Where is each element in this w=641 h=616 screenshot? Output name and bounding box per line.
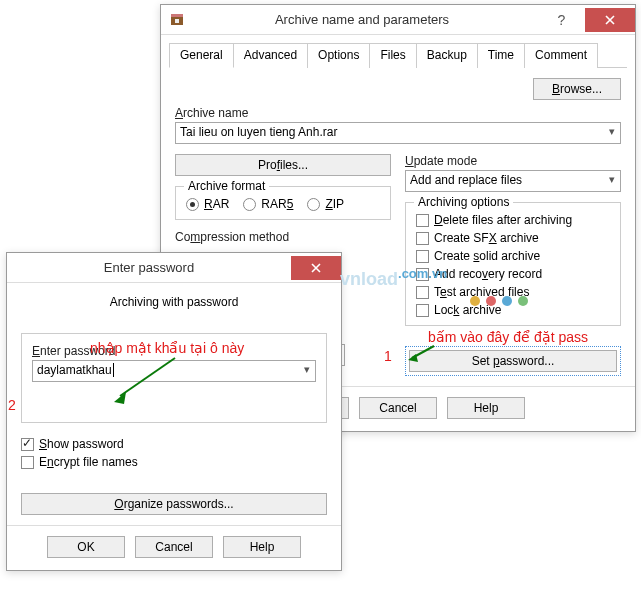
encrypt-names-checkbox[interactable]: Encrypt file names — [21, 455, 327, 469]
checkbox-icon — [416, 250, 429, 263]
enter-password-window: Enter password Archiving with password E… — [6, 252, 342, 571]
checkbox-icon — [21, 438, 34, 451]
browse-label: rowse... — [560, 82, 602, 96]
profiles-button[interactable]: Profiles... — [175, 154, 391, 176]
radio-icon — [243, 198, 256, 211]
archive-name-select[interactable]: Tai lieu on luyen tieng Anh.rar — [175, 122, 621, 144]
password-close-button[interactable] — [291, 256, 341, 280]
tab-comment[interactable]: Comment — [524, 43, 598, 68]
format-rar5[interactable]: RAR5 — [243, 197, 293, 211]
archive-format-group: Archive format RAR RAR5 ZIP — [175, 186, 391, 220]
checkbox-icon — [416, 286, 429, 299]
help-titlebar-button[interactable]: ? — [539, 8, 584, 32]
checkbox-icon — [416, 304, 429, 317]
opt-sfx[interactable]: Create SFX archive — [416, 231, 610, 245]
password-entry-group: Enter password daylamatkhau — [21, 333, 327, 423]
update-mode-value[interactable]: Add and replace files — [405, 170, 621, 192]
archiving-options-label: Archiving options — [414, 195, 513, 209]
checkbox-icon — [416, 268, 429, 281]
winrar-icon — [169, 12, 185, 28]
password-input[interactable]: daylamatkhau — [32, 360, 316, 382]
tab-backup[interactable]: Backup — [416, 43, 478, 68]
password-cancel-button[interactable]: Cancel — [135, 536, 213, 558]
radio-icon — [307, 198, 320, 211]
opt-solid[interactable]: Create solid archive — [416, 249, 610, 263]
show-password-checkbox[interactable]: Show password — [21, 437, 327, 451]
titlebar-password: Enter password — [7, 253, 341, 283]
archiving-options-group: Archiving options Delete files after arc… — [405, 202, 621, 326]
opt-recovery[interactable]: Add recovery record — [416, 267, 610, 281]
compression-label: Compression method — [175, 230, 391, 244]
format-zip[interactable]: ZIP — [307, 197, 344, 211]
watermark-dots — [470, 296, 528, 306]
browse-button[interactable]: Browse... — [533, 78, 621, 100]
close-button[interactable] — [585, 8, 635, 32]
help-button[interactable]: Help — [447, 397, 525, 419]
checkbox-icon — [416, 214, 429, 227]
password-window-title: Enter password — [7, 260, 291, 275]
titlebar-main: Archive name and parameters ? — [161, 5, 635, 35]
tab-general[interactable]: General — [169, 43, 234, 68]
tab-options[interactable]: Options — [307, 43, 370, 68]
svg-rect-2 — [175, 19, 179, 23]
tab-files[interactable]: Files — [369, 43, 416, 68]
tab-time[interactable]: Time — [477, 43, 525, 68]
password-input-wrap[interactable]: daylamatkhau — [32, 360, 316, 382]
checkbox-icon — [416, 232, 429, 245]
set-password-button[interactable]: Set password... — [409, 350, 617, 372]
password-heading: Archiving with password — [21, 295, 327, 309]
organize-passwords-button[interactable]: Organize passwords... — [21, 493, 327, 515]
archive-name-label: Archive name — [175, 106, 621, 120]
update-mode-select[interactable]: Add and replace files — [405, 170, 621, 192]
cancel-button[interactable]: Cancel — [359, 397, 437, 419]
format-rar[interactable]: RAR — [186, 197, 229, 211]
footer-password: OK Cancel Help — [7, 525, 341, 570]
radio-icon — [186, 198, 199, 211]
svg-rect-1 — [171, 14, 183, 17]
tabstrip: General Advanced Options Files Backup Ti… — [169, 43, 627, 68]
archive-format-label: Archive format — [184, 179, 269, 193]
opt-delete[interactable]: Delete files after archiving — [416, 213, 610, 227]
set-password-focus: Set password... — [405, 346, 621, 376]
enter-password-label: Enter password — [32, 344, 316, 358]
tab-advanced[interactable]: Advanced — [233, 43, 308, 68]
update-mode-label: Update mode — [405, 154, 621, 168]
password-ok-button[interactable]: OK — [47, 536, 125, 558]
checkbox-icon — [21, 456, 34, 469]
password-help-button[interactable]: Help — [223, 536, 301, 558]
window-title: Archive name and parameters — [185, 12, 539, 27]
archive-name-value[interactable]: Tai lieu on luyen tieng Anh.rar — [175, 122, 621, 144]
